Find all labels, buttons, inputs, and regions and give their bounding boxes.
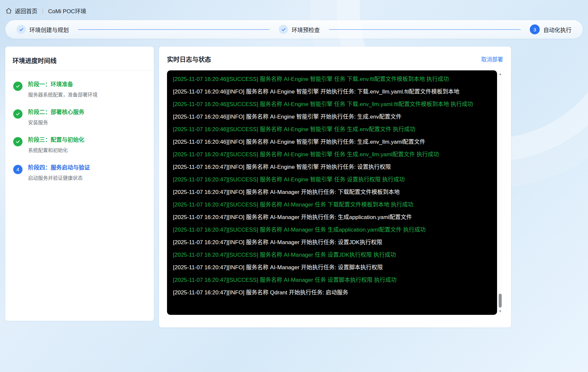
log-line: [2025-11-07 16:20:47][INFO] 服务名称 Qdrant … <box>173 286 492 299</box>
log-panel-header: 实时日志与状态 取消部署 <box>159 47 511 63</box>
log-line: [2025-11-07 16:20:46][INFO] 服务名称 AI-Engi… <box>173 111 492 123</box>
main-content: 环境进度时间线 阶段一：环境准备 服务器系统配置，准备部署环境 <box>5 47 583 327</box>
log-line: [2025-11-07 16:20:47][INFO] 服务名称 AI-Mana… <box>173 236 492 249</box>
scrollbar-thumb[interactable] <box>499 294 502 308</box>
stage-3-subtitle: 系统配置和初始化 <box>28 146 84 153</box>
scroll-down-icon[interactable]: ▼ <box>497 310 503 313</box>
log-console[interactable]: [2025-11-07 16:20:46][SUCCESS] 服务名称 AI-E… <box>167 70 497 315</box>
step-connector-line <box>329 29 521 30</box>
step-connector-line <box>78 29 270 30</box>
stage-3-check-icon <box>13 137 22 146</box>
stage-list: 阶段一：环境准备 服务器系统配置，准备部署环境 阶段二：部署核心服务 安装服务 <box>5 71 154 181</box>
title-separator: | <box>42 8 43 14</box>
stage-2-title: 阶段二：部署核心服务 <box>28 109 84 116</box>
back-home-link[interactable]: 返回首页 <box>5 7 37 15</box>
stage-item-2: 阶段二：部署核心服务 安装服务 <box>13 109 146 126</box>
deployment-page: 返回首页 | CoMi POC环境 环境创建与规划 环境预检查 3 自动化执行 … <box>0 0 588 372</box>
stage-item-4: 4 阶段四：服务启动与验证 启动服务并验证健康状态 <box>13 164 146 181</box>
stage-1-check-icon <box>13 82 22 91</box>
log-panel-title: 实时日志与状态 <box>167 55 211 63</box>
log-line: [2025-11-07 16:20:47][INFO] 服务名称 AI-Engi… <box>173 161 492 173</box>
log-scrollbar[interactable]: ▲ ▼ <box>497 70 503 315</box>
step-auto-execute[interactable]: 3 自动化执行 <box>530 24 571 34</box>
log-line: [2025-11-07 16:20:47][SUCCESS] 服务名称 AI-M… <box>173 274 492 286</box>
cancel-deploy-button[interactable]: 取消部署 <box>481 55 503 63</box>
log-line: [2025-11-07 16:20:47][INFO] 服务名称 AI-Mana… <box>173 261 492 274</box>
topbar: 返回首页 | CoMi POC环境 <box>0 0 588 16</box>
log-line: [2025-11-07 16:20:47][SUCCESS] 服务名称 AI-M… <box>173 249 492 261</box>
step-1-label: 环境创建与规划 <box>29 25 69 34</box>
stage-4-title: 阶段四：服务启动与验证 <box>28 164 90 172</box>
stage-3-title: 阶段三：配置与初始化 <box>28 136 84 144</box>
stage-4-number-badge: 4 <box>13 165 22 174</box>
step-env-precheck[interactable]: 环境预检查 <box>279 25 320 34</box>
log-panel: 实时日志与状态 取消部署 [2025-11-07 16:20:46][SUCCE… <box>159 47 511 327</box>
step-env-create[interactable]: 环境创建与规划 <box>17 25 69 34</box>
back-home-label: 返回首页 <box>15 7 37 15</box>
stage-item-3: 阶段三：配置与初始化 系统配置和初始化 <box>13 136 146 153</box>
log-line: [2025-11-07 16:20:47][INFO] 服务名称 AI-Mana… <box>173 186 492 199</box>
scroll-up-icon[interactable]: ▲ <box>497 72 503 76</box>
stage-2-check-icon <box>13 109 22 119</box>
step-2-label: 环境预检查 <box>292 25 320 34</box>
stage-1-subtitle: 服务器系统配置，准备部署环境 <box>28 91 98 98</box>
log-line: [2025-11-07 16:20:46][SUCCESS] 服务名称 AI-E… <box>173 98 492 111</box>
stage-item-1: 阶段一：环境准备 服务器系统配置，准备部署环境 <box>13 81 146 98</box>
timeline-title: 环境进度时间线 <box>5 47 154 71</box>
step-3-label: 自动化执行 <box>543 25 571 34</box>
stepper: 环境创建与规划 环境预检查 3 自动化执行 <box>5 20 583 39</box>
step-3-number-badge: 3 <box>530 24 540 34</box>
log-line: [2025-11-07 16:20:46][INFO] 服务名称 AI-Engi… <box>173 136 492 148</box>
log-viewport: [2025-11-07 16:20:46][SUCCESS] 服务名称 AI-E… <box>167 70 503 315</box>
log-line: [2025-11-07 16:20:46][SUCCESS] 服务名称 AI-E… <box>173 123 492 136</box>
home-icon <box>5 7 12 14</box>
stage-4-subtitle: 启动服务并验证健康状态 <box>28 174 90 181</box>
stage-1-title: 阶段一：环境准备 <box>28 81 98 89</box>
log-line: [2025-11-07 16:20:47][SUCCESS] 服务名称 AI-E… <box>173 173 492 186</box>
log-line: [2025-11-07 16:20:47][INFO] 服务名称 AI-Mana… <box>173 211 492 224</box>
log-line: [2025-11-07 16:20:47][SUCCESS] 服务名称 AI-M… <box>173 199 492 211</box>
step-2-check-icon <box>279 25 288 34</box>
log-line: [2025-11-07 16:20:46][SUCCESS] 服务名称 AI-E… <box>173 73 492 86</box>
step-1-check-icon <box>17 25 26 34</box>
log-line: [2025-11-07 16:20:47][SUCCESS] 服务名称 AI-E… <box>173 148 492 161</box>
stage-2-subtitle: 安装服务 <box>28 119 84 126</box>
log-line: [2025-11-07 16:20:47][SUCCESS] 服务名称 AI-M… <box>173 224 492 236</box>
page-title: CoMi POC环境 <box>48 7 86 15</box>
log-line: [2025-11-07 16:20:46][INFO] 服务名称 AI-Engi… <box>173 86 492 98</box>
timeline-panel: 环境进度时间线 阶段一：环境准备 服务器系统配置，准备部署环境 <box>5 47 154 321</box>
